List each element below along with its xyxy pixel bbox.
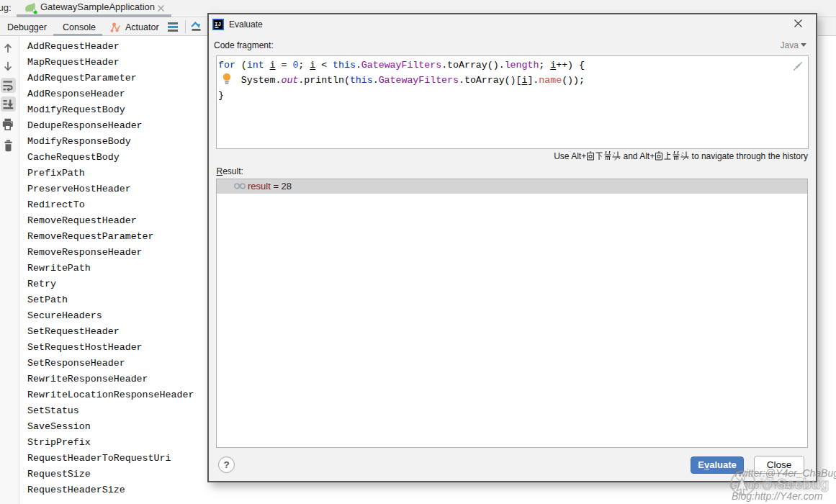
svg-text:IJ: IJ	[215, 22, 221, 27]
